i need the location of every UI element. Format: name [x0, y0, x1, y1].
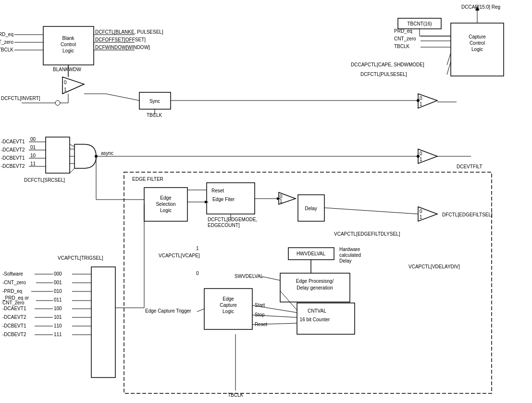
- hwvdelval-label: HWVDELVAL: [297, 251, 326, 256]
- right-mux-bot-0: 0: [420, 209, 422, 214]
- dccapctl-label: DCCAPCTL[CAPE, SHDWMODE]: [351, 62, 424, 67]
- cap-tbclk: TBCLK: [394, 44, 410, 49]
- trig-dcbevt1: -DCBEVT1: [2, 323, 26, 328]
- trig-111: 111: [54, 332, 62, 337]
- junction-dot-1: [95, 155, 98, 158]
- trig-prd-cnt2: CNT_zero: [2, 300, 25, 305]
- dcevtfilt-label: DCEVTFILT: [457, 164, 483, 169]
- async-label: async: [101, 151, 113, 156]
- hw-calc-delay-2: calculated: [339, 252, 361, 258]
- src-mux: [46, 137, 70, 173]
- vcapctl-1-label: 1: [196, 246, 199, 251]
- junction-dot-3: [417, 99, 420, 102]
- svg-line-20: [70, 168, 74, 173]
- counter-label: 16 bit Counter: [300, 317, 330, 322]
- right-mux-mid-0: 0: [420, 151, 422, 156]
- blank-control-label-1: Blank: [62, 36, 74, 41]
- dcbevt2-label: -DCBEVT2: [1, 164, 25, 169]
- edge-capture-trigger-label: Edge Capture Trigger: [145, 308, 191, 314]
- blank-control-label-3: Logic: [62, 48, 74, 53]
- edge-proc-label-1: Edge Procesisng/: [296, 278, 334, 284]
- hw-calc-delay-3: Delay: [339, 258, 352, 264]
- trig-software: -Software: [2, 271, 23, 277]
- dcfctl-srcsel-label: DCFCTL[SRCSEL]: [24, 177, 65, 183]
- edge-cap-label-3: Logic: [223, 309, 234, 314]
- tbclk-label-1: TBCLK: [0, 47, 13, 52]
- dcfwindow-label: DCFWINDOW[WINDOW]: [95, 45, 150, 50]
- vcapctl-vcape-label: VCAPCTL[VCAPE]: [159, 253, 200, 258]
- tbclk-sync-label: TBCLK: [147, 113, 162, 118]
- code-00: 00: [30, 137, 36, 142]
- trig-101: 101: [54, 315, 62, 320]
- trig-000: 000: [54, 271, 62, 277]
- delay-label: Delay: [305, 206, 317, 211]
- dcfctl-edgemode-label-1: DCFCTL[EDGEMODE,: [208, 217, 257, 222]
- circuit-diagram-svg: Blank Control Logic PRD_eq CNT_zero TBCL…: [0, 0, 532, 403]
- svg-line-25: [106, 94, 139, 101]
- inverter-circle: [55, 101, 60, 105]
- cnt-zero-label: CNT_zero: [0, 39, 13, 45]
- diagram-container: Blank Control Logic PRD_eq CNT_zero TBCL…: [0, 0, 532, 403]
- dccap-reg-label: DCCAP[15:0] Reg: [461, 4, 500, 10]
- swvdelval-label: SWVDELVAL: [235, 274, 263, 279]
- svg-line-44: [262, 277, 280, 280]
- trig-dcaevt1: -DCAEVT1: [2, 306, 26, 311]
- right-mux-1-label: 1: [420, 101, 422, 107]
- edge-sel-label-2: Selection: [156, 202, 175, 207]
- trig-dcbevt2: -DCBEVT2: [2, 332, 26, 337]
- sync-label: Sync: [149, 99, 160, 104]
- dfctl-edgefiltsel-label: DFCTL[EDGEFILTSEL]: [442, 212, 493, 217]
- edge-sel-label-3: Logic: [160, 208, 172, 213]
- trig-mux: [91, 267, 115, 378]
- dcaevt2-label: -DCAEVT2: [1, 147, 25, 152]
- svg-line-19: [70, 144, 74, 147]
- tbclk-bottom-label: TBCLK: [228, 392, 244, 398]
- vcapctl-vdelaydiv-label: VCAPCTL[VDELAYDIV]: [408, 264, 460, 269]
- hw-calc-delay-1: Hardware: [339, 247, 360, 252]
- stop-label: Stop: [255, 312, 265, 317]
- trig-100: 100: [54, 306, 62, 311]
- svg-line-45: [252, 305, 297, 313]
- dcaevt1-label: -DCAEVT1: [1, 139, 25, 144]
- prd-eq-label: PRD_eq: [0, 32, 13, 37]
- edge-cap-label-2: Capture: [220, 302, 237, 308]
- mux-1-label: 1: [64, 87, 67, 92]
- trig-010: 010: [54, 289, 62, 294]
- vcapctl-edgefiltdlysel-label: VCAPCTL[EDGEFILTDLYSEL]: [334, 231, 400, 237]
- right-mux-bot-1: 1: [420, 214, 422, 220]
- trig-prd-eq: -PRD_eq: [2, 289, 22, 294]
- cntval-label: CNTVAL: [308, 308, 326, 314]
- dcfctl-invert-label: DCFCTL[INVERT]: [1, 96, 40, 101]
- edge-proc-label-2: Delay generation: [297, 285, 333, 290]
- edge-fiter-label: Edge Fiter: [212, 197, 235, 202]
- code-10: 10: [30, 153, 36, 158]
- blank-control-label-2: Control: [61, 42, 76, 47]
- capture-label-3: Logic: [471, 47, 483, 52]
- trig-cnt-zero: -CNT_zero: [2, 280, 26, 285]
- svg-line-48: [197, 309, 204, 312]
- right-mux-mid-1: 1: [420, 157, 422, 162]
- junction-dot-2: [417, 155, 420, 158]
- capture-label-2: Control: [470, 40, 485, 46]
- edge-sel-label-1: Edge: [160, 195, 172, 201]
- dcbevt1-label: -DCBEVT1: [1, 155, 25, 161]
- trig-dcaevt2: -DCAEVT2: [2, 315, 26, 320]
- cap-cnt-zero: CNT_zero: [394, 36, 416, 41]
- edge-cap-label-1: Edge: [223, 296, 234, 302]
- svg-line-76: [280, 291, 297, 310]
- vcapctl-trigsel-label: VCAPCTL[TRIGSEL]: [58, 255, 103, 261]
- delay-mux-1: 1: [280, 199, 283, 204]
- mux-0-label: 0: [64, 80, 67, 85]
- code-11: 11: [30, 161, 36, 166]
- right-mux-0-label: 0: [420, 96, 422, 101]
- svg-line-42: [324, 208, 418, 214]
- dcfctl-edgemode-label-2: EDGECOUNT]: [208, 223, 240, 228]
- blankwdw-label: BLANKWDW: [53, 67, 81, 72]
- dcfoffset-label: DCFOFFSET[OFFSET]: [95, 37, 146, 42]
- and-gate: [74, 144, 96, 168]
- cap-prd-eq: PRD_eq: [394, 28, 412, 34]
- dcfctl-pulsesel-label: DCFCTL[PULSESEL]: [360, 72, 407, 77]
- trig-110: 110: [54, 323, 62, 328]
- edge-fiter-reset-label: Reset: [211, 188, 224, 193]
- dcfctl-blanke-label: DCFCTL[BLANKE, PULSESEL]: [95, 29, 163, 35]
